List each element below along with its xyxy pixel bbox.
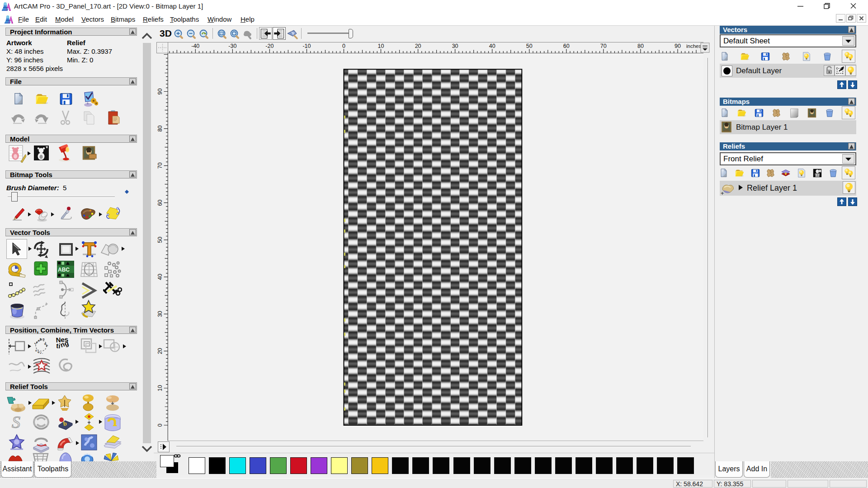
svg-text:0: 0 <box>157 423 163 427</box>
svg-text:30: 30 <box>452 43 458 49</box>
svg-text:50: 50 <box>526 43 533 49</box>
svg-text:90: 90 <box>157 89 163 95</box>
svg-text:50: 50 <box>157 237 163 243</box>
svg-text:40: 40 <box>489 43 495 49</box>
svg-text:20: 20 <box>157 348 163 354</box>
svg-text:c u r v e: c u r v e <box>35 349 47 354</box>
svg-text:-40: -40 <box>191 43 199 49</box>
svg-text:a c: a c <box>43 342 49 347</box>
svg-text:ABC: ABC <box>58 267 70 273</box>
svg-text:60: 60 <box>563 43 570 49</box>
svg-text:60: 60 <box>157 200 163 206</box>
svg-text:-20: -20 <box>265 43 274 49</box>
svg-text:inches: inches <box>686 43 701 49</box>
svg-text:20: 20 <box>415 43 421 49</box>
svg-text:80: 80 <box>157 126 163 132</box>
svg-text:1:1: 1:1 <box>220 33 223 35</box>
svg-text:+: + <box>721 190 724 196</box>
svg-text:10: 10 <box>378 43 384 49</box>
svg-text:0: 0 <box>342 43 345 49</box>
svg-text:90: 90 <box>675 43 681 49</box>
svg-text:30: 30 <box>157 311 163 317</box>
svg-text:o n: o n <box>40 338 45 341</box>
svg-text:10: 10 <box>157 385 163 391</box>
svg-text:-10: -10 <box>302 43 311 49</box>
svg-text:70: 70 <box>600 43 607 49</box>
svg-text:80: 80 <box>637 43 644 49</box>
svg-text:S: S <box>12 413 20 432</box>
svg-text:40: 40 <box>157 274 163 280</box>
svg-text:70: 70 <box>157 163 163 169</box>
svg-text:-30: -30 <box>228 43 236 49</box>
